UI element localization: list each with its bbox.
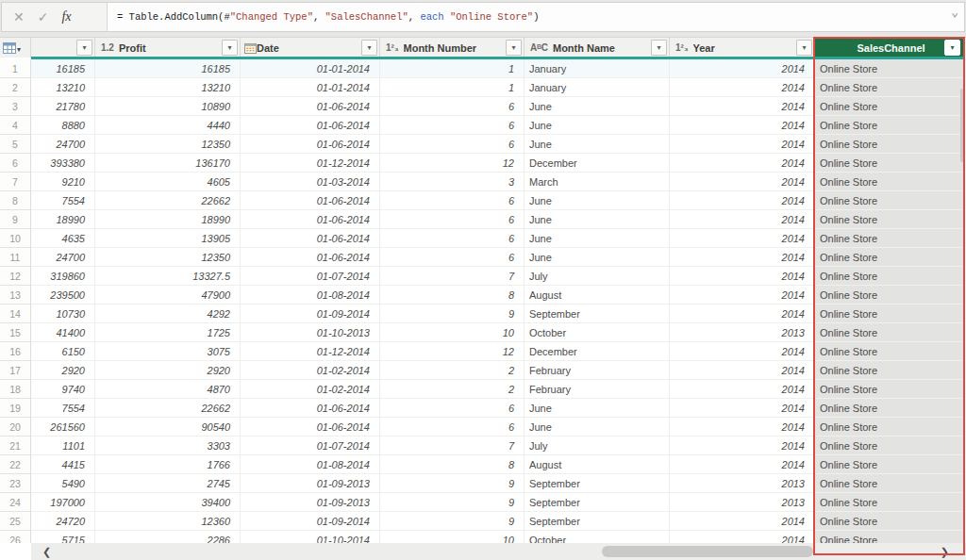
cell-profit[interactable]: 1766	[95, 455, 241, 474]
cell-month-number[interactable]: 6	[380, 210, 525, 229]
table-menu-button[interactable]: ▾	[0, 38, 31, 58]
cell-month-name[interactable]: June	[525, 248, 670, 267]
cell-unnamed[interactable]: 41400	[31, 323, 95, 342]
cell-month-name[interactable]: December	[525, 154, 670, 173]
cell-year[interactable]: 2013	[670, 323, 815, 342]
cell-month-name[interactable]: June	[525, 135, 670, 154]
expand-formula-bar-icon[interactable]: ⌄	[951, 7, 958, 19]
row-number[interactable]: 10	[0, 229, 31, 248]
cell-month-number[interactable]: 6	[380, 191, 525, 210]
cell-profit[interactable]: 12350	[95, 135, 241, 154]
row-number[interactable]: 25	[0, 512, 31, 531]
column-header-unnamed[interactable]: ▾	[31, 38, 95, 58]
cell-sales-channel[interactable]: Online Store	[815, 286, 965, 305]
cell-year[interactable]: 2014	[670, 154, 815, 173]
cell-month-number[interactable]: 10	[380, 531, 525, 543]
cell-month-number[interactable]: 6	[380, 97, 525, 116]
cell-profit[interactable]: 10890	[95, 97, 241, 116]
row-number[interactable]: 23	[0, 474, 31, 493]
cell-month-number[interactable]: 9	[380, 493, 525, 512]
cell-month-number[interactable]: 9	[380, 474, 525, 493]
row-number[interactable]: 17	[0, 361, 31, 380]
cell-sales-channel[interactable]: Online Store	[815, 380, 965, 399]
cell-year[interactable]: 2014	[670, 191, 815, 210]
row-number[interactable]: 19	[0, 399, 31, 418]
cell-year[interactable]: 2014	[670, 399, 815, 418]
cell-month-name[interactable]: June	[525, 229, 670, 248]
cell-month-name[interactable]: October	[525, 531, 670, 543]
cell-unnamed[interactable]: 5715	[31, 531, 95, 543]
cell-profit[interactable]: 3075	[95, 342, 241, 361]
cell-sales-channel[interactable]: Online Store	[815, 436, 965, 455]
cell-profit[interactable]: 1725	[95, 323, 241, 342]
cell-year[interactable]: 2014	[670, 455, 815, 474]
cell-unnamed[interactable]: 9210	[31, 173, 95, 191]
cell-date[interactable]: 01-06-2014	[241, 135, 380, 154]
cell-profit[interactable]: 2745	[95, 474, 241, 493]
cell-unnamed[interactable]: 24720	[31, 512, 95, 531]
cell-month-number[interactable]: 8	[380, 455, 525, 474]
cell-sales-channel[interactable]: Online Store	[815, 191, 965, 210]
cell-year[interactable]: 2014	[670, 531, 815, 543]
cell-month-number[interactable]: 6	[380, 135, 525, 154]
filter-dropdown-button[interactable]: ▾	[222, 40, 238, 56]
cell-date[interactable]: 01-02-2014	[241, 361, 380, 380]
cell-date[interactable]: 01-12-2014	[241, 342, 380, 361]
cell-date[interactable]: 01-08-2014	[241, 286, 380, 305]
cell-date[interactable]: 01-10-2014	[241, 531, 380, 543]
cell-unnamed[interactable]: 9740	[31, 380, 95, 399]
column-header-year[interactable]: 1²₃Year▾	[670, 38, 815, 58]
cell-year[interactable]: 2014	[670, 380, 815, 399]
cell-month-number[interactable]: 6	[380, 116, 525, 135]
cell-sales-channel[interactable]: Online Store	[815, 78, 965, 97]
cell-year[interactable]: 2014	[670, 116, 815, 135]
cell-unnamed[interactable]: 7554	[31, 399, 95, 418]
cell-sales-channel[interactable]: Online Store	[815, 531, 965, 543]
cell-month-number[interactable]: 12	[380, 342, 525, 361]
cell-unnamed[interactable]: 10730	[31, 305, 95, 323]
cell-sales-channel[interactable]: Online Store	[815, 512, 965, 531]
cell-date[interactable]: 01-01-2014	[241, 78, 380, 97]
scroll-left-icon[interactable]: ❮	[42, 545, 51, 558]
formula-input[interactable]: = Table.AddColumn(#"Changed Type", "Sale…	[108, 3, 964, 31]
cell-unnamed[interactable]: 393380	[31, 154, 95, 173]
cell-month-number[interactable]: 10	[380, 323, 525, 342]
cell-unnamed[interactable]: 24700	[31, 135, 95, 154]
cell-unnamed[interactable]: 239500	[31, 286, 95, 305]
cell-month-name[interactable]: September	[525, 305, 670, 323]
cell-month-name[interactable]: September	[525, 474, 670, 493]
cancel-icon[interactable]: ✕	[13, 10, 25, 24]
cell-sales-channel[interactable]: Online Store	[815, 229, 965, 248]
cell-date[interactable]: 01-09-2013	[241, 474, 380, 493]
cell-unnamed[interactable]: 16185	[31, 59, 95, 78]
row-number[interactable]: 11	[0, 248, 31, 267]
row-number[interactable]: 3	[0, 97, 31, 116]
cell-profit[interactable]: 18990	[95, 210, 241, 229]
cell-unnamed[interactable]: 1101	[31, 436, 95, 455]
cell-sales-channel[interactable]: Online Store	[815, 173, 965, 191]
cell-month-name[interactable]: June	[525, 399, 670, 418]
cell-month-number[interactable]: 1	[380, 59, 525, 78]
cell-year[interactable]: 2014	[670, 173, 815, 191]
cell-sales-channel[interactable]: Online Store	[815, 116, 965, 135]
row-number[interactable]: 14	[0, 305, 31, 323]
row-number[interactable]: 24	[0, 493, 31, 512]
cell-unnamed[interactable]: 4415	[31, 455, 95, 474]
cell-month-name[interactable]: January	[525, 59, 670, 78]
cell-month-number[interactable]: 7	[380, 267, 525, 286]
cell-profit[interactable]: 13327.5	[95, 267, 241, 286]
cell-profit[interactable]: 12360	[95, 512, 241, 531]
cell-month-name[interactable]: August	[525, 286, 670, 305]
cell-sales-channel[interactable]: Online Store	[815, 399, 965, 418]
column-header-month-name[interactable]: AᴮCMonth Name▾	[525, 38, 670, 58]
cell-profit[interactable]: 4440	[95, 116, 241, 135]
cell-sales-channel[interactable]: Online Store	[815, 418, 965, 436]
cell-date[interactable]: 01-06-2014	[241, 418, 380, 436]
cell-profit[interactable]: 4870	[95, 380, 241, 399]
cell-date[interactable]: 01-06-2014	[241, 248, 380, 267]
cell-year[interactable]: 2014	[670, 59, 815, 78]
cell-month-name[interactable]: February	[525, 361, 670, 380]
cell-month-name[interactable]: August	[525, 455, 670, 474]
cell-profit[interactable]: 13905	[95, 229, 241, 248]
cell-year[interactable]: 2014	[670, 342, 815, 361]
